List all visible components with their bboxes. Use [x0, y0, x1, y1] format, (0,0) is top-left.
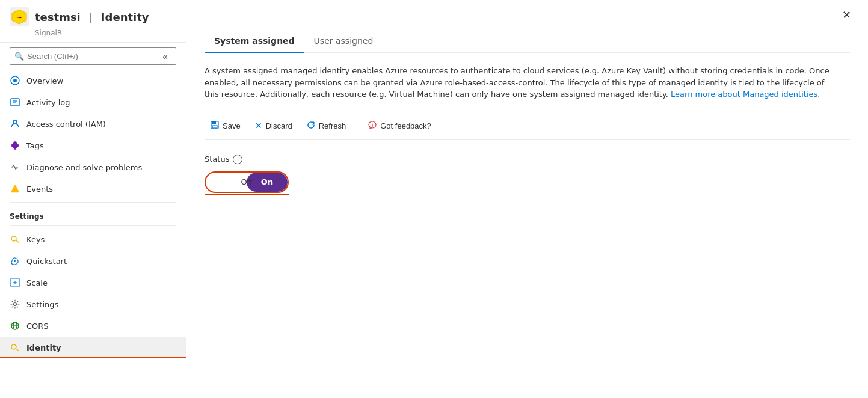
svg-point-8 [13, 120, 17, 124]
sidebar-item-identity-label: Identity [26, 343, 61, 352]
save-label: Save [223, 121, 241, 130]
identity-icon [10, 342, 20, 353]
description-suffix: . [817, 90, 820, 99]
feedback-icon [368, 121, 377, 131]
tabs-container: System assigned User assigned [205, 30, 850, 53]
refresh-label: Refresh [319, 121, 346, 130]
feedback-label: Got feedback? [380, 121, 431, 130]
resource-page: Identity [101, 11, 149, 23]
svg-rect-5 [11, 99, 19, 106]
status-info-icon[interactable]: i [233, 155, 242, 164]
close-button[interactable]: ✕ [837, 6, 856, 24]
sidebar-item-access-control[interactable]: Access control (IAM) [0, 113, 186, 135]
activity-log-icon [10, 97, 20, 108]
sidebar-item-cors[interactable]: CORS [0, 315, 186, 337]
content-area: System assigned User assigned A system a… [186, 30, 868, 398]
overview-icon [10, 75, 20, 86]
svg-text:~: ~ [16, 13, 22, 22]
sidebar-item-quickstart[interactable]: Quickstart [0, 250, 186, 272]
sidebar-item-tags[interactable]: Tags [0, 135, 186, 156]
quickstart-icon [10, 256, 20, 266]
tags-icon [10, 140, 20, 151]
sidebar-item-cors-label: CORS [26, 322, 49, 331]
status-toggle[interactable]: Off On [205, 171, 289, 193]
sidebar-item-scale-label: Scale [26, 278, 48, 287]
toolbar-divider [357, 118, 357, 133]
diagnose-icon [10, 162, 20, 173]
svg-point-10 [11, 236, 16, 241]
discard-label: Discard [266, 121, 292, 130]
svg-marker-9 [11, 185, 19, 192]
status-section: Status i Off On [205, 155, 850, 193]
tab-user-assigned[interactable]: User assigned [304, 30, 383, 53]
toolbar: Save ✕ Discard Refresh Got feedback? [205, 112, 850, 140]
sidebar-item-overview-label: Overview [26, 76, 63, 85]
toggle-track[interactable]: Off On [205, 171, 289, 193]
sidebar-item-settings-label: Settings [26, 300, 58, 309]
refresh-button[interactable]: Refresh [301, 117, 352, 135]
scale-icon [10, 277, 20, 288]
sidebar-item-events-label: Events [26, 185, 53, 194]
svg-point-4 [13, 79, 17, 82]
sidebar: ~ testmsi | Identity SignalR 🔍 « Overvie… [0, 0, 186, 398]
sidebar-item-identity[interactable]: Identity [0, 337, 186, 358]
sidebar-item-keys[interactable]: Keys [0, 228, 186, 250]
svg-point-25 [372, 126, 373, 126]
discard-button[interactable]: ✕ Discard [249, 117, 298, 134]
main-header: ✕ [186, 0, 868, 30]
collapse-sidebar-button[interactable]: « [160, 50, 170, 63]
main-content: ✕ System assigned User assigned A system… [186, 0, 868, 398]
svg-rect-23 [212, 126, 217, 128]
discard-icon: ✕ [255, 121, 262, 130]
learn-more-link[interactable]: Learn more about Managed identities [671, 90, 817, 99]
description-text: A system assigned managed identity enabl… [205, 65, 836, 100]
sidebar-item-settings[interactable]: Settings [0, 293, 186, 315]
save-icon [211, 121, 219, 131]
nav-divider [10, 202, 176, 203]
save-button[interactable]: Save [205, 117, 247, 135]
sidebar-item-activity-log[interactable]: Activity log [0, 91, 186, 113]
sidebar-item-access-control-label: Access control (IAM) [26, 120, 106, 129]
sidebar-item-keys-label: Keys [26, 235, 45, 244]
access-control-icon [10, 118, 20, 129]
resource-title: ~ testmsi | Identity [10, 7, 176, 26]
sidebar-header: ~ testmsi | Identity SignalR [0, 0, 186, 43]
svg-line-11 [16, 240, 20, 243]
settings-section-label: Settings [0, 205, 186, 223]
svg-line-20 [16, 349, 20, 351]
signalr-icon: ~ [10, 7, 29, 26]
sidebar-item-diagnose[interactable]: Diagnose and solve problems [0, 156, 186, 178]
resource-separator: | [89, 11, 93, 23]
sidebar-item-overview[interactable]: Overview [0, 70, 186, 91]
search-box-container: 🔍 « [10, 47, 176, 65]
sidebar-item-tags-label: Tags [26, 141, 44, 150]
tab-system-assigned[interactable]: System assigned [205, 30, 304, 53]
refresh-icon [307, 121, 315, 131]
events-icon [10, 183, 20, 194]
resource-subtitle: SignalR [35, 29, 176, 37]
svg-rect-22 [212, 121, 216, 124]
status-text: Status [205, 155, 229, 164]
svg-point-15 [14, 303, 17, 306]
sidebar-item-quickstart-label: Quickstart [26, 257, 67, 266]
search-input[interactable] [10, 47, 176, 65]
toggle-off-label: Off [206, 173, 288, 192]
toggle-underline [205, 194, 289, 195]
sidebar-nav: Overview Activity log Access control (IA… [0, 70, 186, 398]
sidebar-item-activity-log-label: Activity log [26, 98, 70, 107]
feedback-button[interactable]: Got feedback? [362, 117, 437, 135]
sidebar-item-scale[interactable]: Scale [0, 272, 186, 293]
sidebar-item-diagnose-label: Diagnose and solve problems [26, 163, 142, 172]
keys-icon [10, 234, 20, 245]
resource-name: testmsi [35, 11, 81, 23]
status-label-row: Status i [205, 155, 850, 164]
settings-icon [10, 299, 20, 310]
sidebar-item-events[interactable]: Events [0, 178, 186, 200]
svg-point-19 [11, 344, 16, 349]
search-icon: 🔍 [14, 52, 24, 61]
cors-icon [10, 320, 20, 331]
settings-divider [10, 225, 176, 226]
